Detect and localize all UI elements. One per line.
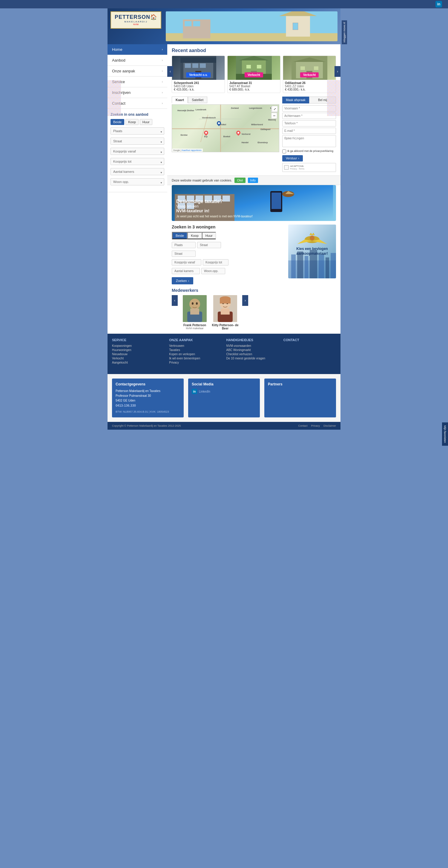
sidebar-item-home[interactable]: Home › [107,44,167,55]
cookie-info-button[interactable]: Info [248,178,258,183]
partners-block: Partners [264,378,336,417]
property-card-2[interactable]: Verkocht Julianastraat 31 5427 AT Boekel… [227,56,280,93]
property-address-1: Schepenhoek 241 [174,81,223,85]
aankoop-banner[interactable]: Kies een bevlogen aankoopmakelaar! [288,224,336,278]
contact-info: Petterson Makelaardij en Taxaties Profes… [115,389,180,414]
footer-link-privacy[interactable]: Privacy [169,361,221,364]
map-report-link[interactable]: Kaartfout rapporteren [181,149,202,151]
medewerker-kitty[interactable]: Kitty Petterson- de Beer [212,295,239,330]
privacy-label: Ik ga akkoord met de privacyverklaring [287,150,333,153]
telefoon-field[interactable] [282,120,336,126]
kitty-name: Kitty Petterson- de Beer [212,323,239,330]
linkedin-social-link[interactable]: in LinkedIn [192,389,256,394]
form-tab-afspraak[interactable]: Maak afspraak [282,97,309,103]
contact-phone[interactable]: 0413-136.330 [115,403,180,408]
aankoop-title: Kies een bevlogen aankoopmakelaar! [288,244,336,258]
recaptcha-checkbox[interactable] [284,165,289,170]
zoeken-koopprijs-tot-select[interactable]: Koopprijs tot [203,259,229,266]
svg-rect-18 [246,65,251,68]
sidebar-item-onze-aanpak[interactable]: Onze aanpak › [107,66,167,76]
site-header: PETTERSON🏠 MAKELAARDIJ NVM inloggen move… [107,8,341,44]
map-marker-alt[interactable] [235,130,241,136]
linkedin-label: LinkedIn [199,390,210,393]
zoeken-straat-select[interactable]: Straat [197,242,221,248]
privacy-checkbox-row: Ik ga akkoord met de privacyverklaring [282,150,336,153]
footer-link-nieuwbouw[interactable]: Nieuwbouw [112,352,165,356]
zoeken-woonopp-select[interactable]: Woon.opp. [201,268,225,274]
cookie-ok-button[interactable]: Oké [235,178,245,183]
privacy-checkbox[interactable] [282,150,286,153]
favoriten-strip[interactable]: Mijn favorieten [442,422,448,439]
medewerkers-next-button[interactable]: › [242,295,248,306]
koopprijs-vanaf-wrapper: Koopprijs vanaf [110,148,164,156]
footer-link-vertrouwen[interactable]: Vertrouwen [169,344,221,347]
search-tab-huur[interactable]: Huur [140,119,152,125]
koopprijs-vanaf-select[interactable]: Koopprijs vanaf [110,148,164,155]
map-zoom-out-button[interactable]: − [271,113,277,119]
zoeken-straat2-select[interactable]: Straat [172,251,196,257]
footer-link-verkocht[interactable]: Verkocht [112,357,165,360]
search-tab-beide[interactable]: Beide [110,119,124,125]
footer-nav-privacy[interactable]: Privacy [311,424,320,427]
email-field[interactable] [282,128,336,134]
frank-role: NVM makelaar [181,327,208,330]
carousel-prev-button[interactable]: ‹ [167,66,173,77]
property-card-1[interactable]: Verkocht o.v. Schepenhoek 241 5403 GB Ud… [172,56,225,93]
frank-name: Frank Petterson [181,323,208,327]
svg-rect-26 [314,66,318,70]
opmerkingen-field[interactable] [282,135,336,147]
footer-link-nvm[interactable]: NVM-voorwaarden [227,344,279,347]
footer-nav-contact[interactable]: Contact [298,424,307,427]
map-label-boekel: Boekel [223,135,230,137]
zoeken-selects-4: Aantal kamers Woon.opp. [172,268,285,274]
aantal-kamers-select[interactable]: Aantal kamers [110,168,164,175]
map-tab-kaart[interactable]: Kaart [172,97,188,103]
svg-rect-41 [272,192,281,209]
footer-link-10vragen[interactable]: De 10 meest gestelde vragen [227,357,279,360]
property-image-2: Verkocht [228,56,280,80]
svg-point-60 [192,302,194,305]
zoeken-koopprijs-vanaf-select[interactable]: Koopprijs vanaf [172,259,201,266]
koopprijs-tot-select[interactable]: Koopprijs tot [110,158,164,165]
taxatie-banner[interactable]: Deskundige taxatie? Vraag om een NVM-tax… [172,185,336,221]
svg-rect-19 [257,65,261,68]
medewerker-frank[interactable]: Frank Petterson NVM makelaar [181,295,208,330]
footer-link-taxaties[interactable]: Taxaties [169,348,221,352]
footer-link-checklist[interactable]: Checklist verhuizen [227,352,279,356]
woon-opp-select[interactable]: Woon opp. [110,178,164,185]
footer-cols: Service Koopwoningen Huurwoningen Nieuwb… [112,338,336,365]
cookie-message: Deze website maakt gebruik van cookies. [172,179,232,182]
footer-link-koopwoningen[interactable]: Koopwoningen [112,344,165,347]
map-tab-satelliet[interactable]: Satelliet [188,97,207,103]
straat-select[interactable]: Straat [110,137,164,145]
footer-nav-disclaimer[interactable]: Disclaimer [323,424,336,427]
inloggen-strip[interactable]: inloggen move.nl [342,20,347,44]
chevron-right-icon: › [188,279,189,283]
recent-aanbod-title: Recent aanbod [167,44,341,56]
zoeken-plaats-select[interactable]: Plaats [172,242,196,248]
carousel-next-button[interactable]: › [335,66,341,77]
contact-social-section: Contactgegevens Petterson Makelaardij en… [107,374,341,422]
footer-link-abc[interactable]: ABC Woningmarkt [227,348,279,352]
map-marker-alt2[interactable] [203,130,209,136]
zoeken-tab-huur[interactable]: Huur [202,232,216,239]
footer-link-kopen[interactable]: Kopen en verkopen [169,352,221,356]
sidebar-item-aanbod[interactable]: Aanbod › [107,55,167,66]
logo[interactable]: PETTERSON🏠 MAKELAARDIJ NVM [110,11,161,29]
footer-link-aangekocht[interactable]: Aangekocht [112,361,165,364]
map-fullscreen-button[interactable]: ⤢ [272,106,278,112]
medewerkers-prev-button[interactable]: ‹ [172,295,178,306]
sold-badge-3: Verkocht [300,72,319,78]
footer-link-huurwoningen[interactable]: Huurwoningen [112,348,165,352]
plaats-select[interactable]: Plaats [110,127,164,134]
svg-rect-4 [293,23,298,30]
zoeken-kamers-select[interactable]: Aantal kamers [172,268,200,274]
svg-rect-49 [325,257,329,278]
submit-button[interactable]: Verstuur › [282,155,303,161]
zoeken-tab-beide[interactable]: Beide [172,232,187,239]
footer-link-binnenlopen[interactable]: Ik wil even binnenlopen [169,357,221,360]
search-tab-koop[interactable]: Koop [126,119,139,125]
linkedin-topbar-icon[interactable]: in [436,1,442,7]
zoeken-button[interactable]: Zoeken › [172,277,193,284]
zoeken-tab-koop[interactable]: Koop [187,232,202,239]
